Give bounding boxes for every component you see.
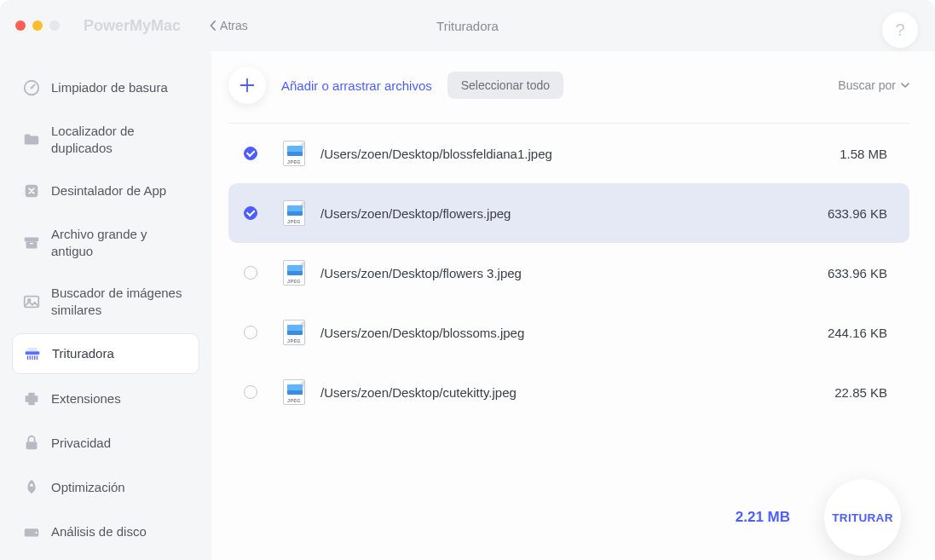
sidebar-item-junk-cleaner[interactable]: Limpiador de basura <box>12 68 199 107</box>
sidebar-item-label: Privacidad <box>51 435 111 452</box>
file-path: /Users/zoen/Desktop/blossoms.jpeg <box>320 326 828 340</box>
app-window: PowerMyMac Atras Trituradora ? Limpiador… <box>0 0 935 560</box>
body: Limpiador de basura Localizador de dupli… <box>0 51 935 560</box>
file-size: 633.96 KB <box>828 266 887 280</box>
titlebar: PowerMyMac Atras Trituradora ? <box>0 0 935 51</box>
file-checkbox[interactable] <box>244 326 257 339</box>
close-window-button[interactable] <box>15 20 26 31</box>
help-button[interactable]: ? <box>882 12 918 48</box>
rocket-icon <box>22 478 41 497</box>
folders-icon <box>22 130 41 149</box>
archive-box-icon <box>22 234 41 252</box>
file-path: /Users/zoen/Desktop/cutekitty.jpeg <box>320 385 834 400</box>
sidebar-item-label: Extensiones <box>51 390 121 407</box>
disk-icon <box>22 522 41 541</box>
file-path: /Users/zoen/Desktop/flowers 3.jpeg <box>320 266 828 280</box>
total-size: 2.21 MB <box>736 509 790 526</box>
sidebar-item-label: Localizador de duplicados <box>51 123 189 156</box>
app-trash-icon <box>22 182 41 200</box>
file-size: 244.16 KB <box>828 326 887 340</box>
chevron-down-icon <box>901 83 909 89</box>
file-row[interactable]: JPEG /Users/zoen/Desktop/flowers.jpeg 63… <box>228 183 909 243</box>
sidebar-item-label: Desintalador de App <box>51 182 166 199</box>
shred-button[interactable]: TRITURAR <box>824 479 901 556</box>
lock-icon <box>22 434 41 453</box>
search-by-dropdown[interactable]: Buscar por <box>838 78 909 92</box>
svg-rect-3 <box>25 237 39 241</box>
sidebar-item-extensions[interactable]: Extensiones <box>12 379 199 419</box>
sidebar-item-label: Análisis de disco <box>51 523 147 540</box>
window-controls <box>15 20 60 31</box>
maximize-window-button[interactable] <box>49 20 60 31</box>
file-list: JPEG /Users/zoen/Desktop/blossfeldiana1.… <box>228 124 909 475</box>
search-by-label: Buscar por <box>838 78 896 92</box>
svg-rect-4 <box>26 241 38 248</box>
file-size: 633.96 KB <box>828 206 887 221</box>
sidebar-item-uninstaller[interactable]: Desintalador de App <box>12 171 199 211</box>
sidebar-item-large-old-files[interactable]: Archivo grande y antiguo <box>12 216 199 269</box>
file-checkbox[interactable] <box>244 266 257 280</box>
file-size: 1.58 MB <box>840 147 887 161</box>
sidebar-item-optimization[interactable]: Optimización <box>12 468 199 507</box>
help-icon: ? <box>895 20 904 40</box>
file-row[interactable]: JPEG /Users/zoen/Desktop/blossoms.jpeg 2… <box>228 303 909 362</box>
file-row[interactable]: JPEG /Users/zoen/Desktop/blossfeldiana1.… <box>228 124 909 183</box>
jpeg-file-icon: JPEG <box>283 260 305 286</box>
shredder-icon <box>23 344 42 363</box>
svg-point-12 <box>35 532 37 534</box>
file-row[interactable]: JPEG /Users/zoen/Desktop/flowers 3.jpeg … <box>228 243 909 303</box>
svg-point-10 <box>30 483 33 487</box>
sidebar-item-label: Trituradora <box>52 345 114 362</box>
add-files-label: Añadir o arrastrar archivos <box>281 78 432 93</box>
main-panel: Añadir o arrastrar archivos Seleccionar … <box>211 51 935 560</box>
svg-rect-6 <box>25 296 39 307</box>
file-path: /Users/zoen/Desktop/flowers.jpeg <box>320 206 828 221</box>
sidebar: Limpiador de basura Localizador de dupli… <box>0 51 211 560</box>
sidebar-item-duplicate-finder[interactable]: Localizador de duplicados <box>12 113 199 166</box>
sidebar-item-disk-analysis[interactable]: Análisis de disco <box>12 512 199 551</box>
jpeg-file-icon: JPEG <box>283 200 305 226</box>
sidebar-item-label: Limpiador de basura <box>51 79 168 96</box>
sidebar-item-privacy[interactable]: Privacidad <box>12 424 199 463</box>
file-checkbox[interactable] <box>244 385 257 399</box>
sidebar-item-similar-images[interactable]: Buscador de imágenes similares <box>12 274 199 328</box>
image-icon <box>22 292 41 311</box>
file-checkbox[interactable] <box>244 147 257 160</box>
back-button[interactable]: Atras <box>210 19 248 32</box>
svg-rect-8 <box>26 351 40 355</box>
file-row[interactable]: JPEG /Users/zoen/Desktop/cutekitty.jpeg … <box>228 362 909 422</box>
svg-rect-5 <box>30 243 33 244</box>
sidebar-item-label: Archivo grande y antiguo <box>51 226 189 259</box>
chevron-left-icon <box>210 20 216 31</box>
gauge-icon <box>22 78 41 97</box>
sidebar-list: Limpiador de basura Localizador de dupli… <box>12 68 199 551</box>
sidebar-item-shredder[interactable]: Trituradora <box>12 333 199 374</box>
add-files-button[interactable] <box>228 66 266 104</box>
page-title: Trituradora <box>436 19 499 33</box>
sidebar-item-label: Buscador de imágenes similares <box>51 285 189 318</box>
jpeg-file-icon: JPEG <box>283 141 305 166</box>
svg-rect-9 <box>26 442 38 449</box>
file-checkbox[interactable] <box>244 206 257 220</box>
select-all-button[interactable]: Seleccionar todo <box>447 72 563 99</box>
svg-point-1 <box>31 87 33 89</box>
plus-icon <box>238 76 257 95</box>
file-path: /Users/zoen/Desktop/blossfeldiana1.jpeg <box>320 147 840 161</box>
sidebar-item-label: Optimización <box>51 479 125 496</box>
back-label: Atras <box>220 19 248 32</box>
file-size: 22.85 KB <box>834 385 887 400</box>
footer: 2.21 MB TRITURAR <box>228 475 909 560</box>
toolbar: Añadir o arrastrar archivos Seleccionar … <box>228 61 909 124</box>
puzzle-icon <box>22 390 41 408</box>
jpeg-file-icon: JPEG <box>283 320 305 345</box>
minimize-window-button[interactable] <box>32 20 43 31</box>
jpeg-file-icon: JPEG <box>283 379 305 405</box>
app-title: PowerMyMac <box>84 17 181 35</box>
